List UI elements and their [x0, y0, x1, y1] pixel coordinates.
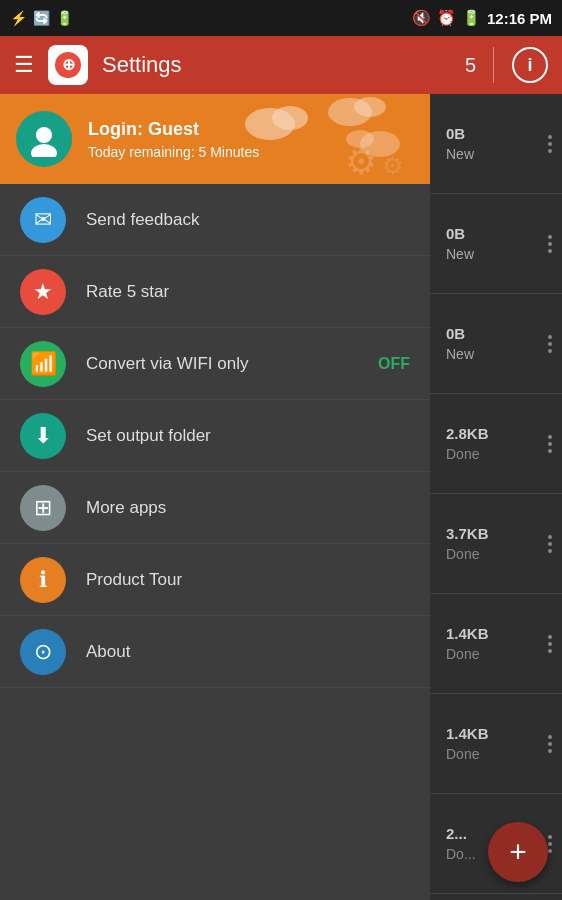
right-item-status-2: New	[446, 346, 474, 362]
set-output-folder-label: Set output folder	[86, 426, 410, 446]
right-item-menu-icon-0[interactable]	[548, 135, 552, 153]
user-avatar	[16, 111, 72, 167]
svg-text:⚙: ⚙	[382, 152, 404, 179]
menu-item-more-apps[interactable]: ⊞More apps	[0, 472, 430, 544]
right-item-text-3: 2.8KBDone	[446, 425, 489, 462]
svg-point-3	[31, 144, 57, 157]
convert-wifi-label: Convert via WIFI only	[86, 354, 358, 374]
rate-5-star-icon: ★	[20, 269, 66, 315]
right-item-status-5: Done	[446, 646, 479, 662]
battery-icon: 🔋	[56, 10, 73, 26]
right-item-text-1: 0BNew	[446, 225, 474, 262]
right-item-size-3: 2.8KB	[446, 425, 489, 442]
set-output-folder-icon: ⬇	[20, 413, 66, 459]
menu-item-set-output-folder[interactable]: ⬇Set output folder	[0, 400, 430, 472]
right-panel: 0BNew0BNew0BNew2.8KBDone3.7KBDone1.4KBDo…	[430, 94, 562, 900]
app-logo: ⊕	[48, 45, 88, 85]
right-item-menu-icon-1[interactable]	[548, 235, 552, 253]
right-item-text-5: 1.4KBDone	[446, 625, 489, 662]
right-item-text-2: 0BNew	[446, 325, 474, 362]
right-item-size-6: 1.4KB	[446, 725, 489, 742]
right-item-status-3: Done	[446, 446, 479, 462]
more-apps-label: More apps	[86, 498, 410, 518]
right-item-6[interactable]: 1.4KBDone	[430, 694, 562, 794]
convert-wifi-value: OFF	[378, 355, 410, 373]
right-item-status-7: Do...	[446, 846, 476, 862]
status-right: 🔇 ⏰ 🔋 12:16 PM	[412, 9, 552, 27]
about-label: About	[86, 642, 410, 662]
more-apps-icon: ⊞	[20, 485, 66, 531]
login-banner[interactable]: Login: Guest Today remaining: 5 Minutes …	[0, 94, 430, 184]
menu-item-about[interactable]: ⊙About	[0, 616, 430, 688]
menu-item-rate-5-star[interactable]: ★Rate 5 star	[0, 256, 430, 328]
right-item-status-1: New	[446, 246, 474, 262]
product-tour-label: Product Tour	[86, 570, 410, 590]
left-panel: Login: Guest Today remaining: 5 Minutes …	[0, 94, 430, 900]
fab-add-button[interactable]: +	[488, 822, 548, 882]
sync-icon: 🔄	[33, 10, 50, 26]
send-feedback-icon: ✉	[20, 197, 66, 243]
menu-item-send-feedback[interactable]: ✉Send feedback	[0, 184, 430, 256]
svg-point-5	[272, 106, 308, 130]
main-content: Login: Guest Today remaining: 5 Minutes …	[0, 94, 562, 900]
app-title: Settings	[102, 52, 444, 78]
mute-icon: 🔇	[412, 9, 431, 27]
right-item-text-7: 2...Do...	[446, 825, 476, 862]
battery-full-icon: 🔋	[462, 9, 481, 27]
product-tour-icon: ℹ	[20, 557, 66, 603]
svg-point-7	[354, 97, 386, 117]
rate-5-star-label: Rate 5 star	[86, 282, 410, 302]
right-item-text-0: 0BNew	[446, 125, 474, 162]
right-item-status-0: New	[446, 146, 474, 162]
right-item-status-6: Done	[446, 746, 479, 762]
right-item-menu-icon-6[interactable]	[548, 735, 552, 753]
right-item-1[interactable]: 0BNew	[430, 194, 562, 294]
right-list: 0BNew0BNew0BNew2.8KBDone3.7KBDone1.4KBDo…	[430, 94, 562, 894]
right-item-menu-icon-7[interactable]	[548, 835, 552, 853]
svg-text:⚙: ⚙	[345, 141, 377, 182]
right-item-status-4: Done	[446, 546, 479, 562]
right-item-text-6: 1.4KBDone	[446, 725, 489, 762]
avatar-svg	[26, 121, 62, 157]
gear-decoration: ⚙ ⚙	[340, 134, 420, 184]
logo-svg: ⊕	[54, 51, 82, 79]
clock: 12:16 PM	[487, 10, 552, 27]
right-item-2[interactable]: 0BNew	[430, 294, 562, 394]
menu-list: ✉Send feedback★Rate 5 star📶Convert via W…	[0, 184, 430, 688]
fab-plus-icon: +	[509, 835, 527, 869]
right-item-3[interactable]: 2.8KBDone	[430, 394, 562, 494]
about-icon: ⊙	[20, 629, 66, 675]
right-item-menu-icon-3[interactable]	[548, 435, 552, 453]
right-item-size-5: 1.4KB	[446, 625, 489, 642]
right-item-size-0: 0B	[446, 125, 465, 142]
notification-badge[interactable]: 5	[458, 47, 494, 83]
usb-icon: ⚡	[10, 10, 27, 26]
svg-text:⊕: ⊕	[62, 56, 75, 73]
right-item-size-2: 0B	[446, 325, 465, 342]
right-item-0[interactable]: 0BNew	[430, 94, 562, 194]
right-item-text-4: 3.7KBDone	[446, 525, 489, 562]
status-bar: ⚡ 🔄 🔋 🔇 ⏰ 🔋 12:16 PM	[0, 0, 562, 36]
convert-wifi-icon: 📶	[20, 341, 66, 387]
hamburger-icon[interactable]: ☰	[14, 52, 34, 78]
right-item-size-7: 2...	[446, 825, 467, 842]
status-icons-left: ⚡ 🔄 🔋	[10, 10, 73, 26]
menu-item-convert-wifi[interactable]: 📶Convert via WIFI onlyOFF	[0, 328, 430, 400]
menu-item-product-tour[interactable]: ℹProduct Tour	[0, 544, 430, 616]
alarm-icon: ⏰	[437, 9, 456, 27]
right-item-size-4: 3.7KB	[446, 525, 489, 542]
right-item-size-1: 0B	[446, 225, 465, 242]
svg-point-2	[36, 127, 52, 143]
right-item-4[interactable]: 3.7KBDone	[430, 494, 562, 594]
info-button[interactable]: i	[512, 47, 548, 83]
right-item-menu-icon-5[interactable]	[548, 635, 552, 653]
right-item-menu-icon-2[interactable]	[548, 335, 552, 353]
app-bar: ☰ ⊕ Settings 5 i	[0, 36, 562, 94]
right-item-5[interactable]: 1.4KBDone	[430, 594, 562, 694]
right-item-menu-icon-4[interactable]	[548, 535, 552, 553]
send-feedback-label: Send feedback	[86, 210, 410, 230]
